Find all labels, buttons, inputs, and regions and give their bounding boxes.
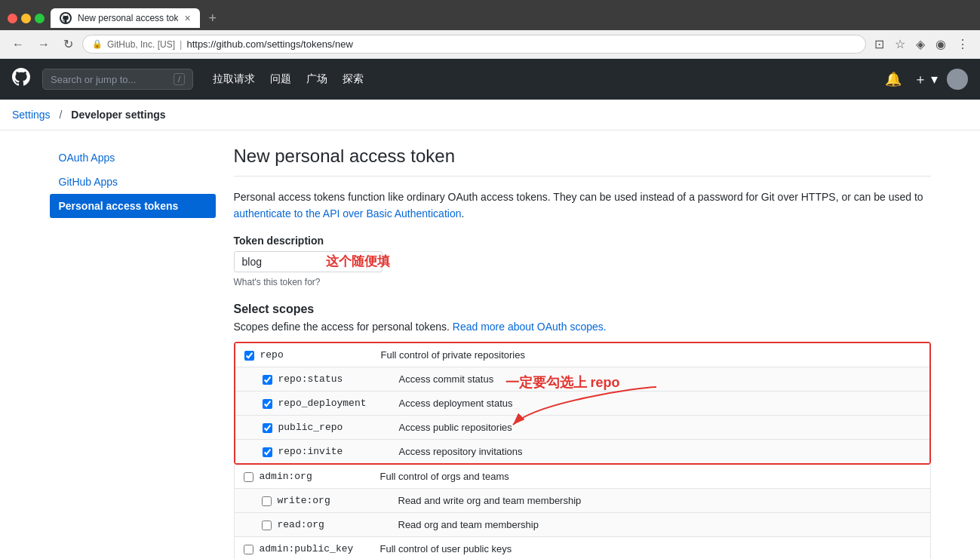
screen-capture-button[interactable]: ⊡ [871,35,888,54]
scope-desc-repo-status: Access commit status [399,373,920,385]
scope-checkbox-write-org[interactable] [262,496,272,506]
address-bar[interactable]: 🔒 GitHub, Inc. [US] | https://github.com… [82,35,866,54]
admin-org-section: admin:org Full control of orgs and teams… [234,465,931,537]
scope-desc-read-org: Read org and team membership [398,519,921,530]
scope-name-public-repo: public_repo [278,422,399,433]
scope-desc-public-repo: Access public repositories [399,422,920,433]
github-logo[interactable] [12,68,30,91]
breadcrumb: Settings / Developer settings [0,100,980,131]
repo-section: repo Full control of private repositorie… [234,342,931,465]
notifications-button[interactable]: 🔔 [882,69,905,89]
admin-public-key-section: admin:public_key Full control of user pu… [234,537,931,559]
scope-desc-admin-org: Full control of orgs and teams [380,471,921,482]
scope-name-repo-status: repo:status [278,373,399,385]
scope-checkbox-read-org[interactable] [262,521,272,530]
sidebar: OAuth Apps GitHub Apps Personal access t… [50,146,216,559]
browser-chrome: New personal access tok × + [0,0,980,30]
github-header: Search or jump to... / 拉取请求 问题 广场 探索 🔔 ＋… [0,59,980,100]
sidebar-item-oauth-apps[interactable]: OAuth Apps [50,146,216,170]
scope-checkbox-admin-org[interactable] [244,472,253,482]
scopes-title: Select scopes [234,303,931,316]
menu-button[interactable]: ⋮ [953,35,972,54]
sidebar-item-personal-tokens[interactable]: Personal access tokens [50,194,216,218]
token-description-label: Token description [234,235,931,247]
breadcrumb-separator: / [59,109,62,121]
scope-desc-write-org: Read and write org and team membership [398,495,921,506]
token-description-section: Token description 这个随便填 What's this toke… [234,235,931,287]
new-item-button[interactable]: ＋ ▾ [911,69,941,90]
scope-row-read-org: read:org Read org and team membership [235,513,930,536]
description-text: Personal access tokens function like ord… [234,189,931,223]
breadcrumb-settings[interactable]: Settings [12,109,51,121]
scope-row-repo: repo Full control of private repositorie… [235,343,929,367]
scope-row-public-repo: public_repo Access public repositories [235,416,929,440]
user-avatar[interactable] [947,69,968,90]
nav-pull-requests[interactable]: 拉取请求 [213,72,255,86]
scope-desc-repo-deployment: Access deployment status [399,398,920,409]
scope-checkbox-repo-deployment[interactable] [263,399,272,409]
token-hint: What's this token for? [234,277,931,287]
scope-checkbox-repo-invite[interactable] [263,447,272,457]
nav-issues[interactable]: 问题 [270,72,291,86]
search-bar[interactable]: Search or jump to... / [42,69,193,90]
tab-close-button[interactable]: × [184,12,190,24]
token-input-wrapper: 这个随便填 [234,251,382,277]
select-scopes-section: Select scopes Scopes define the access f… [234,303,931,559]
tab-title: New personal access tok [78,13,178,23]
scope-name-repo-invite: repo:invite [278,446,399,457]
scope-name-repo-deployment: repo_deployment [278,398,399,409]
search-slash: / [174,73,185,85]
scope-desc-admin-public-key: Full control of user public keys [380,543,921,554]
extension1-button[interactable]: ◈ [912,35,929,54]
nav-marketplace[interactable]: 广场 [306,72,327,86]
tab-favicon [60,12,72,24]
page-title: New personal access token [234,146,931,177]
scope-name-admin-public-key: admin:public_key [260,543,380,554]
scope-row-repo-status: repo:status Access commit status [235,367,929,392]
description-before: Personal access tokens function like ord… [234,191,923,203]
close-dot[interactable] [8,14,17,23]
sidebar-item-github-apps[interactable]: GitHub Apps [50,170,216,194]
scope-name-repo: repo [260,349,381,361]
scope-checkbox-admin-public-key[interactable] [244,545,253,554]
description-after: . [461,207,464,220]
minimize-dot[interactable] [21,14,31,23]
address-site: GitHub, Inc. [US] [107,39,175,50]
scope-row-write-org: write:org Read and write org and team me… [235,489,930,513]
back-button[interactable]: ← [8,36,29,53]
scope-desc-repo: Full control of private repositories [381,349,920,361]
extension2-button[interactable]: ◉ [932,35,950,54]
window-controls [8,14,45,23]
bookmark-button[interactable]: ☆ [891,35,909,54]
scope-row-admin-public-key: admin:public_key Full control of user pu… [235,537,930,559]
main-panel: New personal access token Personal acces… [234,146,931,559]
scope-checkbox-repo-status[interactable] [263,375,272,385]
scope-desc-repo-invite: Access repository invitations [399,446,920,457]
scopes-outer-wrapper: repo Full control of private repositorie… [234,342,931,559]
forward-button[interactable]: → [33,36,54,53]
header-actions: 🔔 ＋ ▾ [882,69,968,90]
main-nav: 拉取请求 问题 广场 探索 [213,72,364,86]
scope-name-admin-org: admin:org [260,471,380,482]
address-url: https://github.com/settings/tokens/new [186,38,352,50]
scope-name-write-org: write:org [278,495,398,506]
scope-checkbox-public-repo[interactable] [263,423,272,433]
lock-icon: 🔒 [92,39,103,49]
scope-row-admin-org: admin:org Full control of orgs and teams [235,465,930,489]
browser-nav: ← → ↻ 🔒 GitHub, Inc. [US] | https://gith… [0,30,980,59]
auth-api-link[interactable]: authenticate to the API over Basic Authe… [234,207,462,220]
scopes-desc: Scopes define the access for personal to… [234,321,931,333]
active-tab[interactable]: New personal access tok × [51,8,200,28]
scope-row-repo-invite: repo:invite Access repository invitation… [235,440,929,463]
breadcrumb-current: Developer settings [71,109,165,121]
oauth-scopes-link[interactable]: Read more about OAuth scopes. [453,321,607,333]
main-layout: OAuth Apps GitHub Apps Personal access t… [38,131,943,559]
maximize-dot[interactable] [35,14,45,23]
search-placeholder: Search or jump to... [51,74,136,85]
token-description-input[interactable] [234,251,382,272]
scope-checkbox-repo[interactable] [244,351,254,361]
nav-explore[interactable]: 探索 [343,72,364,86]
new-tab-button[interactable]: + [209,11,217,26]
scope-name-read-org: read:org [278,519,398,530]
refresh-button[interactable]: ↻ [59,35,78,53]
